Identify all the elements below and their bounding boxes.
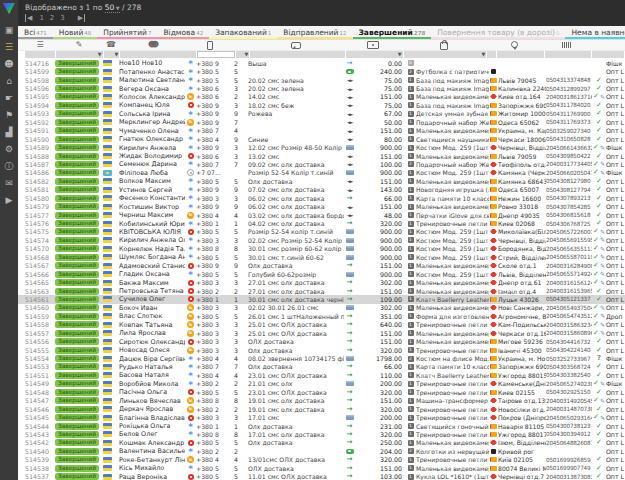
page-number-button[interactable]: 1 [39, 14, 43, 22]
tab-Новий[interactable]: Новий48 [53, 26, 97, 39]
table-row[interactable]: 514544ЗавершенийРокіцька Ольга*+380 11Ол… [18, 422, 625, 430]
dashboard-icon[interactable]: ▣ [0, 22, 18, 39]
table-row[interactable]: 514588ЗавершенийЖидак Володимир+380 6313… [18, 152, 625, 160]
tab-Прийнятий[interactable]: Прийнятий7 [97, 26, 157, 39]
comment-icon[interactable] [248, 42, 344, 49]
table-row[interactable]: 514548ЗавершенийПасічна Ольга+380 5523.0… [18, 388, 625, 396]
table-row[interactable]: 514567ЗавершенийАдамовский Станис...+380… [18, 262, 625, 270]
table-row[interactable]: 514540ЗавершенийВалентина Василье...*+38… [18, 447, 625, 455]
table-row[interactable]: 514716ЗавершенийНов10 Нов10*+380 92Выша→… [18, 59, 625, 67]
call-icon[interactable]: ☎ [103, 41, 119, 49]
table-row[interactable]: 514545ЗавершенийБлагінна Владіслава+380 … [18, 413, 625, 421]
money-icon[interactable] [344, 41, 402, 49]
table-row[interactable]: 514563ЗавершенийПетровська Тетяна+380 22… [18, 287, 625, 295]
filter-payment[interactable]: ▼ [346, 51, 403, 58]
tab-Всі[interactable]: Всі471 [18, 26, 53, 39]
table-row[interactable]: 514570ЗавершенийКорнелюк Надія Та...*+38… [18, 245, 625, 253]
table-row[interactable]: 514592ЗавершенийМерклингер Андрейlc+380 … [18, 118, 625, 126]
page-number-button[interactable]: 3 [60, 14, 64, 22]
table-row[interactable]: 514547ЗавершенийЛиньков Вячеславlc+380 8… [18, 397, 625, 405]
table-row[interactable]: 514555ЗавершенийНовосад Олесяlc+380 33Ол… [18, 346, 625, 354]
table-row[interactable]: 514582ЗавершенийВолков Максим*+380 55Олх… [18, 177, 625, 185]
filter-tag[interactable] [592, 51, 624, 58]
barcode-icon[interactable] [543, 42, 589, 48]
table-row[interactable]: 514559ЗавершенийВлас Слотюкlc+380 5526.0… [18, 312, 625, 320]
table-row[interactable]: 514546ЗавершенийДеркач Ярославlc+380 221… [18, 405, 625, 413]
filter-country[interactable]: ▼ [104, 51, 120, 58]
clients-column-icon[interactable]: ☻ [119, 41, 185, 49]
table-row[interactable]: 514574ЗавершенийКирилич Анжела Ол...*+38… [18, 236, 625, 244]
table-row[interactable]: 514596ЗавершенийВегера Оксана*+380 6320.… [18, 84, 625, 92]
table-row[interactable]: 514539ЗавершенийРоке-Бетанкурт Лін...lc+… [18, 456, 625, 464]
table-row[interactable]: 514576ЗавершенийКобилинський Юрий*+380 1… [18, 219, 625, 227]
filter-client[interactable] [120, 51, 196, 58]
filter-id[interactable] [25, 51, 55, 58]
table-row[interactable]: 514557ЗавершенийЛила Ярославlc+380 3325.… [18, 329, 625, 337]
table-row[interactable]: 514589ЗавершенийКирилич Анжела*+380 9312… [18, 143, 625, 151]
table-row[interactable]: 514593ЗавершенийСольська Ірина*+380 99Ро… [18, 110, 625, 118]
table-row[interactable]: 514579ЗавершенийКостишин Виктор*+380 990… [18, 202, 625, 210]
table-row[interactable]: 514537ЗавершенийРаца Вероніка+380 5511.0… [18, 472, 625, 480]
filter-comment[interactable] [250, 51, 344, 58]
table-row[interactable]: 514566ЗавершенийГладик Оксана*+380 55Гол… [18, 270, 625, 278]
filter-delivery[interactable] [487, 51, 496, 58]
table-row[interactable]: 514565ЗавершенийБакжа Максим+380 3327.01… [18, 278, 625, 286]
table-row[interactable]: 514538ЗавершенийКісь Михайло*+380 55ОЛХ … [18, 464, 625, 472]
product-icon[interactable] [402, 40, 486, 50]
phone-icon[interactable] [185, 41, 234, 50]
table-row[interactable]: 514549ЗавершенийВоробйов Микола*+380 222… [18, 380, 625, 388]
table-row[interactable]: 514556ЗавершенийСиротюк Олександр+380 33… [18, 337, 625, 345]
table-row[interactable]: 514590ЗавершенийГнатюк Олександр*+380 49… [18, 135, 625, 143]
last-page-icon[interactable]: ▶ [78, 14, 85, 22]
table-row[interactable]: 514575ЗавершенийКВІТОВСЬКА ЮЛІЯ+380 55Ро… [18, 228, 625, 236]
table-row[interactable]: 514554ЗавершенийДацюк Віра Сергіївна*+38… [18, 354, 625, 362]
stats-icon[interactable]: ▟ [0, 124, 18, 141]
filter-tracking[interactable] [545, 51, 590, 58]
filter-status[interactable]: ▼ [56, 51, 103, 58]
tab-Відправлений[interactable]: Відправлений12 [277, 26, 352, 39]
bank-icon[interactable]: ⌂ [0, 73, 18, 90]
table-row[interactable]: 514595ЗавершенийКолосок Александрlc+380 … [18, 93, 625, 101]
tab-Нема в наявності[interactable]: Нема в наявності1 [565, 26, 625, 39]
table-row[interactable]: 514553ЗавершенийРудько Наталья*+380 77Ол… [18, 363, 625, 371]
tab-Відмова[interactable]: Відмова42 [157, 26, 209, 39]
order-list-icon[interactable]: ☰ [25, 41, 55, 49]
marketing-icon[interactable]: ⚑ [0, 107, 18, 124]
table-row[interactable]: 514581ЗавершенийУстинов Сергей*+380 9907… [18, 186, 625, 194]
table-row[interactable]: 514561ЗавершенийСучилов Олег+380 1130.01… [18, 295, 625, 303]
table-row[interactable]: 514586ЗавершенийФіліпова Люба+7 07...Роз… [18, 169, 625, 177]
info-icon[interactable]: ⓘ [0, 158, 18, 175]
table-row[interactable]: 514542ЗавершенийКошмак Александр+380 55О… [18, 439, 625, 447]
filter-city[interactable] [497, 51, 544, 58]
filter-product[interactable]: ▼ [404, 51, 487, 58]
app-logo[interactable] [3, 3, 15, 14]
table-row[interactable]: 514577ЗавершенийЧерниш Максимlc+380 4403… [18, 211, 625, 219]
table-row[interactable]: 514543ЗавершенийБелов Олег*+380 8817.01 … [18, 430, 625, 438]
products-icon[interactable]: ☛ [0, 90, 18, 107]
table-row[interactable]: 514580ЗавершенийФесенко Константин*+380 … [18, 194, 625, 202]
table-row[interactable]: 514560ЗавершенийБокоч Иванlc+380 3302.02… [18, 304, 625, 312]
table-row[interactable]: 514594ЗавершенийКомпанец Юля+380 9318.02… [18, 101, 625, 109]
status-edit-icon[interactable]: ✎ [55, 41, 103, 49]
table-row[interactable]: 514551ЗавершенийБасова Наталя*+380 4423.… [18, 371, 625, 379]
tab-Завершений[interactable]: Завершений278 [353, 26, 432, 39]
location-icon[interactable] [486, 43, 543, 48]
filter-quantity[interactable]: ▼ [236, 51, 250, 58]
clients-icon[interactable]: ☻ [0, 56, 18, 73]
orders-icon[interactable]: ☰ [0, 39, 18, 56]
table-row[interactable]: 514558ЗавершенийКовпак Татьянаlc+380 332… [18, 321, 625, 329]
table-row[interactable]: 514598ЗавершенийМалютина Светлана*+380 5… [18, 76, 625, 84]
settings-icon[interactable]: ⚙ [0, 141, 18, 158]
table-row[interactable]: 514599ЗавершенийПотапенко Анастас...*+38… [18, 67, 625, 75]
tab-Запакований[interactable]: Запакований1 [209, 26, 277, 39]
video-icon[interactable]: ▶ [0, 192, 18, 209]
filter-phone-input[interactable] [197, 51, 234, 58]
page-size-dropdown[interactable]: 50 ▼ [105, 3, 120, 13]
table-row[interactable]: 514587ЗавершенийСеменюк Дарина*+380 7709… [18, 160, 625, 168]
table-row[interactable]: 514591ЗавершенийЧумаченко Олена*+380 74◄… [18, 127, 625, 135]
first-page-icon[interactable]: ◀ [25, 14, 32, 22]
tab-Повернення товару (в дорозі)[interactable]: Повернення товару (в дорозі)0 [431, 26, 565, 39]
page-number-button[interactable]: 2 [50, 14, 54, 22]
chat-icon[interactable]: ✉ [0, 175, 18, 192]
table-row[interactable]: 514568ЗавершенийШумляс Богдана Ан...*+38… [18, 253, 625, 261]
